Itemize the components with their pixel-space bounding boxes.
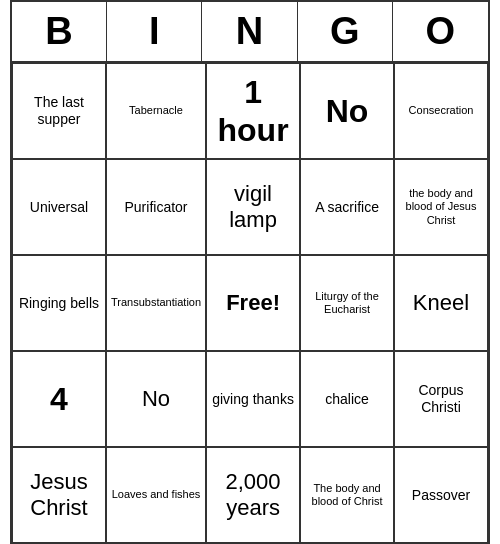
bingo-cell-text-3: No — [326, 92, 369, 130]
bingo-cell-text-18: chalice — [325, 391, 369, 408]
bingo-cell-22: 2,000 years — [206, 447, 300, 543]
bingo-cell-text-21: Loaves and fishes — [112, 488, 201, 501]
bingo-cell-text-12: Free! — [226, 290, 280, 316]
bingo-cell-15: 4 — [12, 351, 106, 447]
bingo-cell-text-0: The last supper — [17, 94, 101, 128]
header-letter-N: N — [202, 2, 297, 61]
bingo-cell-9: the body and blood of Jesus Christ — [394, 159, 488, 255]
bingo-cell-text-14: Kneel — [413, 290, 469, 316]
bingo-cell-text-20: Jesus Christ — [17, 469, 101, 522]
bingo-cell-18: chalice — [300, 351, 394, 447]
bingo-cell-23: The body and blood of Christ — [300, 447, 394, 543]
bingo-cell-1: Tabernacle — [106, 63, 206, 159]
bingo-cell-8: A sacrifice — [300, 159, 394, 255]
bingo-cell-text-23: The body and blood of Christ — [305, 482, 389, 508]
header-letter-G: G — [298, 2, 393, 61]
bingo-cell-text-5: Universal — [30, 199, 88, 216]
bingo-cell-2: 1 hour — [206, 63, 300, 159]
bingo-cell-text-2: 1 hour — [211, 73, 295, 150]
bingo-cell-text-13: Liturgy of the Eucharist — [305, 290, 389, 316]
bingo-cell-13: Liturgy of the Eucharist — [300, 255, 394, 351]
bingo-cell-text-8: A sacrifice — [315, 199, 379, 216]
bingo-cell-text-15: 4 — [50, 380, 68, 418]
bingo-header: BINGO — [12, 2, 488, 63]
bingo-cell-14: Kneel — [394, 255, 488, 351]
bingo-cell-7: vigil lamp — [206, 159, 300, 255]
bingo-cell-text-16: No — [142, 386, 170, 412]
bingo-cell-3: No — [300, 63, 394, 159]
bingo-cell-text-11: Transubstantiation — [111, 296, 201, 309]
bingo-card: BINGO The last supperTabernacle1 hourNoC… — [10, 0, 490, 544]
bingo-cell-21: Loaves and fishes — [106, 447, 206, 543]
bingo-cell-text-10: Ringing bells — [19, 295, 99, 312]
bingo-grid: The last supperTabernacle1 hourNoConsecr… — [12, 63, 488, 543]
bingo-cell-12: Free! — [206, 255, 300, 351]
bingo-cell-text-4: Consecration — [409, 104, 474, 117]
bingo-cell-16: No — [106, 351, 206, 447]
bingo-cell-text-22: 2,000 years — [211, 469, 295, 522]
bingo-cell-17: giving thanks — [206, 351, 300, 447]
bingo-cell-4: Consecration — [394, 63, 488, 159]
bingo-cell-text-9: the body and blood of Jesus Christ — [399, 187, 483, 227]
bingo-cell-text-1: Tabernacle — [129, 104, 183, 117]
bingo-cell-5: Universal — [12, 159, 106, 255]
bingo-cell-text-19: Corpus Christi — [399, 382, 483, 416]
header-letter-B: B — [12, 2, 107, 61]
bingo-cell-11: Transubstantiation — [106, 255, 206, 351]
header-letter-I: I — [107, 2, 202, 61]
bingo-cell-10: Ringing bells — [12, 255, 106, 351]
header-letter-O: O — [393, 2, 488, 61]
bingo-cell-text-6: Purificator — [125, 199, 188, 216]
bingo-cell-text-24: Passover — [412, 487, 470, 504]
bingo-cell-20: Jesus Christ — [12, 447, 106, 543]
bingo-cell-text-17: giving thanks — [212, 391, 294, 408]
bingo-cell-6: Purificator — [106, 159, 206, 255]
bingo-cell-text-7: vigil lamp — [211, 181, 295, 234]
bingo-cell-19: Corpus Christi — [394, 351, 488, 447]
bingo-cell-0: The last supper — [12, 63, 106, 159]
bingo-cell-24: Passover — [394, 447, 488, 543]
